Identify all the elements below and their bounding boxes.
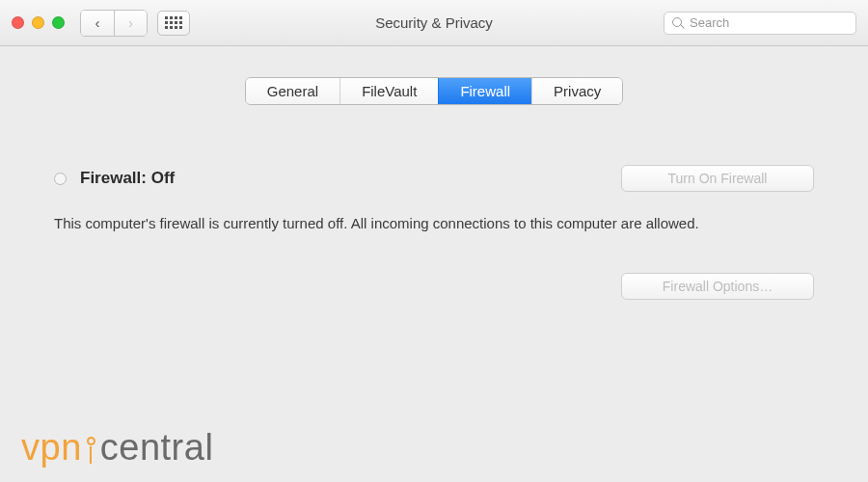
watermark-separator-icon [87, 437, 95, 464]
content: General FileVault Firewall Privacy Firew… [0, 77, 868, 311]
tab-general[interactable]: General [246, 78, 339, 104]
tabbar: General FileVault Firewall Privacy [0, 77, 868, 105]
watermark-right: central [100, 427, 214, 469]
forward-button[interactable]: › [114, 11, 147, 36]
firewall-description: This computer's firewall is currently tu… [54, 213, 768, 234]
turn-on-firewall-button[interactable]: Turn On Firewall [621, 165, 814, 192]
watermark-logo: vpn central [21, 427, 213, 469]
tabs: General FileVault Firewall Privacy [245, 77, 624, 105]
titlebar: ‹ › Security & Privacy Search [0, 0, 868, 46]
window-title: Security & Privacy [375, 14, 493, 31]
tab-firewall[interactable]: Firewall [438, 78, 531, 104]
back-button[interactable]: ‹ [81, 11, 114, 36]
search-icon [672, 17, 684, 29]
nav-buttons: ‹ › [80, 10, 148, 37]
search-placeholder: Search [690, 15, 729, 30]
options-row: Firewall Options… [54, 273, 814, 300]
chevron-right-icon: › [128, 14, 133, 31]
status-indicator-icon [54, 173, 67, 185]
status-left: Firewall: Off [54, 169, 175, 188]
window-controls [12, 16, 65, 29]
chevron-left-icon: ‹ [95, 14, 100, 31]
grid-icon [165, 16, 182, 29]
firewall-pane: Firewall: Off Turn On Firewall This comp… [35, 144, 833, 311]
minimize-button[interactable] [32, 16, 44, 29]
firewall-status-label: Firewall: Off [80, 169, 175, 188]
search-input[interactable]: Search [664, 12, 856, 35]
watermark-left: vpn [21, 427, 82, 469]
tab-privacy[interactable]: Privacy [531, 78, 622, 104]
zoom-button[interactable] [52, 16, 65, 29]
tab-filevault[interactable]: FileVault [339, 78, 438, 104]
status-row: Firewall: Off Turn On Firewall [54, 165, 814, 192]
close-button[interactable] [12, 16, 24, 29]
show-all-button[interactable] [157, 11, 190, 36]
firewall-options-button[interactable]: Firewall Options… [621, 273, 814, 300]
